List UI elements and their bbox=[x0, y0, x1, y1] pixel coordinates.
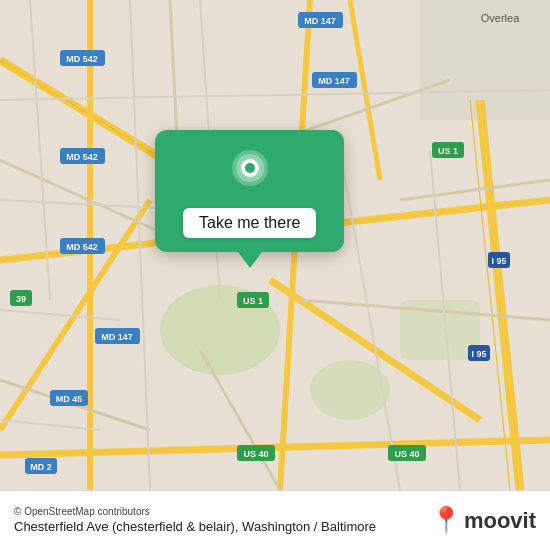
map-view: MD 542 MD 542 MD 542 MD 147 MD 147 MD 14… bbox=[0, 0, 550, 490]
svg-text:MD 542: MD 542 bbox=[66, 152, 98, 162]
svg-text:MD 45: MD 45 bbox=[56, 394, 83, 404]
location-info: Chesterfield Ave (chesterfield & belair)… bbox=[14, 519, 420, 536]
svg-text:MD 147: MD 147 bbox=[318, 76, 350, 86]
svg-text:MD 542: MD 542 bbox=[66, 54, 98, 64]
location-popup[interactable]: Take me there bbox=[155, 130, 344, 268]
moovit-logo-text: moovit bbox=[464, 508, 536, 534]
location-pin-icon bbox=[226, 148, 274, 196]
moovit-logo: 📍 moovit bbox=[430, 505, 536, 536]
popup-box: Take me there bbox=[155, 130, 344, 252]
svg-text:US 40: US 40 bbox=[394, 449, 419, 459]
svg-text:US 40: US 40 bbox=[243, 449, 268, 459]
svg-text:US 1: US 1 bbox=[243, 296, 263, 306]
svg-text:39: 39 bbox=[16, 294, 26, 304]
popup-label[interactable]: Take me there bbox=[183, 208, 316, 238]
svg-text:MD 542: MD 542 bbox=[66, 242, 98, 252]
svg-point-66 bbox=[245, 163, 255, 173]
svg-text:MD 147: MD 147 bbox=[304, 16, 336, 26]
moovit-pin-icon: 📍 bbox=[430, 505, 462, 536]
svg-text:I 95: I 95 bbox=[471, 349, 486, 359]
bottom-bar: © OpenStreetMap contributors Chesterfiel… bbox=[0, 490, 550, 550]
svg-text:I 95: I 95 bbox=[491, 256, 506, 266]
svg-text:MD 2: MD 2 bbox=[30, 462, 52, 472]
popup-pointer bbox=[238, 252, 262, 268]
svg-text:Overlea: Overlea bbox=[481, 12, 520, 24]
svg-text:US 1: US 1 bbox=[438, 146, 458, 156]
svg-text:MD 147: MD 147 bbox=[101, 332, 133, 342]
osm-credit: © OpenStreetMap contributors bbox=[14, 506, 420, 517]
